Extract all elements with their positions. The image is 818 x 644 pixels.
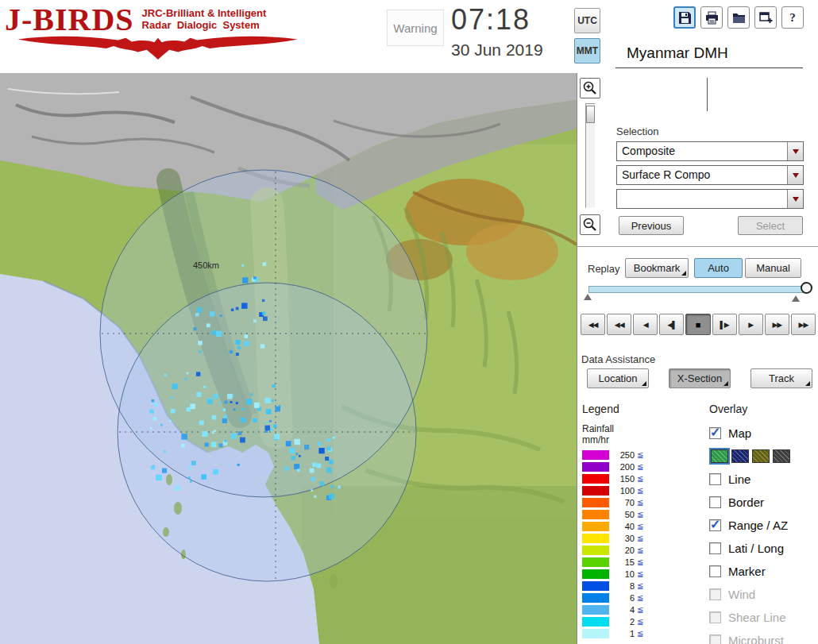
legend-color-swatch: [582, 486, 609, 496]
zoom-slider-thumb[interactable]: [586, 106, 595, 123]
legend-row: 6≦: [582, 592, 703, 604]
legend-row: 150≦: [582, 472, 703, 484]
overlay-item-line[interactable]: Line: [709, 468, 818, 491]
legend-value: 250: [612, 450, 635, 460]
legend-title: Legend: [582, 403, 703, 415]
chevron-down-icon[interactable]: [787, 142, 803, 160]
extra-dropdown[interactable]: [616, 189, 804, 209]
station-list-box[interactable]: [616, 75, 804, 114]
overlay-item-map[interactable]: ✓Map: [709, 422, 818, 445]
panel-separator: [577, 246, 818, 247]
chevron-down-icon[interactable]: [787, 166, 803, 184]
clock-date: 30 Jun 2019: [451, 40, 543, 60]
playback-skip-to-end-button[interactable]: ▶▶: [791, 314, 816, 335]
overlay-section: Overlay ✓MapLineBorder✓Range / AZLati / …: [709, 403, 818, 644]
checkbox[interactable]: [709, 542, 721, 554]
checkbox[interactable]: [709, 473, 721, 485]
replay-timeline[interactable]: [584, 282, 814, 303]
checkbox[interactable]: [709, 634, 721, 644]
overlay-item-wind[interactable]: Wind: [709, 583, 818, 606]
playback-stop-button[interactable]: ■: [685, 314, 710, 335]
previous-button[interactable]: Previous: [619, 216, 684, 235]
map-style-swatches: [711, 445, 818, 466]
legend-le-symbol: ≦: [637, 498, 643, 507]
range-rings: [100, 170, 427, 581]
timeline-thumb[interactable]: [801, 282, 812, 294]
toolbar: ?: [673, 6, 804, 29]
playback-play-reverse-button[interactable]: ◀: [633, 314, 658, 335]
checkbox[interactable]: [709, 496, 721, 508]
print-icon[interactable]: [700, 6, 723, 29]
overlay-label: Range / AZ: [728, 519, 788, 532]
auto-button[interactable]: Auto: [694, 258, 743, 278]
checkbox[interactable]: ✓: [709, 519, 721, 531]
legend-row: 4≦: [582, 604, 703, 615]
radar-map-canvas[interactable]: 450km: [0, 73, 577, 644]
save-icon[interactable]: [673, 6, 696, 29]
extra-dropdown-value: [617, 190, 787, 208]
clock-display: 07:18 30 Jun 2019: [451, 2, 543, 60]
open-folder-icon[interactable]: [727, 6, 750, 29]
overlay-label: Marker: [728, 565, 766, 578]
checkbox[interactable]: [709, 588, 721, 600]
legend-row: 40≦: [582, 520, 703, 532]
chevron-down-icon[interactable]: [787, 190, 803, 208]
zoom-slider[interactable]: [585, 103, 596, 208]
utc-button[interactable]: UTC: [574, 8, 600, 33]
map-style-swatch[interactable]: [731, 449, 749, 463]
playback-skip-to-start-button[interactable]: ◀◀: [581, 314, 605, 335]
playback-step-forward-button[interactable]: ▌▶: [712, 314, 737, 335]
new-window-icon[interactable]: [754, 6, 777, 29]
legend-row: 2≦: [582, 615, 703, 627]
overlay-item-range-az[interactable]: ✓Range / AZ: [709, 514, 818, 537]
checkbox[interactable]: [709, 565, 721, 577]
checkbox[interactable]: [709, 611, 721, 623]
x-section-button[interactable]: X-Section: [669, 368, 731, 388]
checkbox[interactable]: ✓: [709, 427, 721, 439]
help-icon[interactable]: ?: [781, 6, 804, 29]
legend-color-swatch: [582, 510, 609, 519]
map-style-swatch[interactable]: [711, 449, 728, 463]
map-style-swatch[interactable]: [773, 449, 790, 463]
overlay-item-microburst[interactable]: Microburst: [709, 629, 818, 644]
playback-step-back-button[interactable]: ◀▌: [659, 314, 684, 335]
legend-row: 100≦: [582, 484, 703, 496]
legend-value: 8: [612, 581, 635, 591]
manual-button[interactable]: Manual: [745, 258, 801, 278]
zoom-in-icon[interactable]: [580, 78, 600, 98]
overlay-item-lati-long[interactable]: Lati / Long: [709, 537, 818, 560]
bookmark-button[interactable]: Bookmark: [625, 258, 689, 278]
overlay-item-border[interactable]: Border: [709, 491, 818, 514]
product-dropdown[interactable]: Surface R Compo: [616, 165, 804, 185]
legend-unit: mm/hr: [582, 434, 703, 445]
playback-controls: ◀◀◀◀◀◀▌■▌▶▶▶▶▶▶: [581, 314, 816, 335]
warning-button[interactable]: Warning: [387, 10, 444, 46]
select-button[interactable]: Select: [738, 216, 803, 235]
composite-dropdown[interactable]: Composite: [616, 141, 804, 161]
playback-fast-forward-button[interactable]: ▶▶: [765, 314, 789, 335]
playback-play-button[interactable]: ▶: [739, 314, 763, 335]
control-panel: Selection Composite Surface R Compo Prev…: [577, 73, 818, 644]
logo-subtitle-line1: JRC-Brilliant & Intelligent: [142, 7, 267, 19]
radar-map[interactable]: 450km: [0, 73, 577, 644]
legend-row: 250≦: [582, 449, 703, 461]
overlay-label: Wind: [728, 588, 755, 601]
legend-value: 40: [612, 522, 635, 531]
track-button[interactable]: Track: [750, 368, 812, 388]
overlay-label: Line: [728, 472, 750, 486]
timeline-track[interactable]: [588, 286, 806, 293]
location-button[interactable]: Location: [587, 368, 649, 388]
legend-color-swatch: [582, 605, 609, 615]
map-style-swatch[interactable]: [752, 449, 770, 463]
station-name[interactable]: Myanmar DMH: [615, 43, 803, 68]
overlay-item-shear-line[interactable]: Shear Line: [709, 606, 818, 629]
eagle-logo-icon: [5, 33, 311, 60]
timezone-toggle: UTC MMT: [574, 8, 600, 64]
playback-fast-rewind-button[interactable]: ◀◀: [607, 314, 631, 335]
legend-value: 100: [612, 486, 635, 496]
mmt-button[interactable]: MMT: [574, 38, 600, 64]
zoom-out-icon[interactable]: [580, 214, 600, 235]
legend-color-swatch: [582, 522, 609, 531]
legend-value: 2: [612, 617, 635, 627]
overlay-item-marker[interactable]: Marker: [709, 560, 818, 583]
